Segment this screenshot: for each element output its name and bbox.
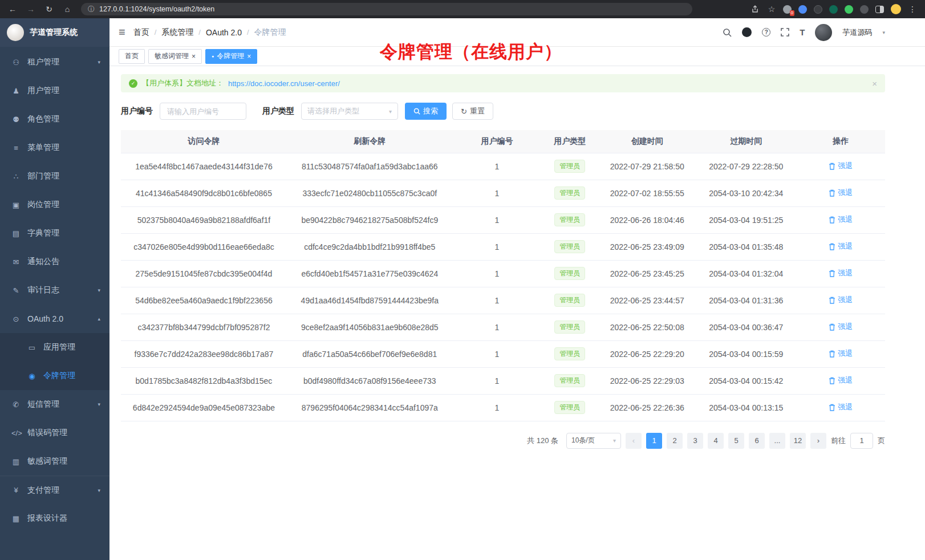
page-button[interactable]: 5 xyxy=(728,433,744,449)
chevron-icon: ▾ xyxy=(98,401,100,407)
page-button[interactable]: 6 xyxy=(749,433,765,449)
search-icon[interactable] xyxy=(723,28,732,37)
sidebar-item[interactable]: ◉ 令牌管理 xyxy=(0,362,109,390)
create-time-cell: 2022-07-29 21:58:50 xyxy=(598,153,696,180)
access-token-cell: 1ea5e44f8bc1467aaede43144f31de76 xyxy=(121,153,287,180)
table-row: f9336e7c7dd242a283ee98dc86b17a87 dfa6c71… xyxy=(121,340,885,367)
forward-icon[interactable]: → xyxy=(26,5,35,13)
user-type-label: 用户类型 xyxy=(262,106,294,116)
page-button[interactable]: 4 xyxy=(708,433,724,449)
force-logout-button[interactable]: 强退 xyxy=(829,214,853,225)
prev-page-button[interactable]: ‹ xyxy=(626,433,642,449)
reload-icon[interactable]: ↻ xyxy=(44,5,54,13)
search-button[interactable]: 搜索 xyxy=(405,103,447,120)
user-id-cell: 1 xyxy=(453,206,541,233)
page-button[interactable]: 1 xyxy=(646,433,662,449)
extension-icon-2[interactable] xyxy=(798,5,807,14)
force-logout-button[interactable]: 强退 xyxy=(829,375,853,385)
expire-time-cell: 2054-03-04 00:13:15 xyxy=(696,394,797,421)
extension-puzzle-icon[interactable] xyxy=(845,5,853,14)
home-icon[interactable]: ⌂ xyxy=(63,5,72,13)
extension-icon-3[interactable] xyxy=(814,5,822,14)
reset-button[interactable]: ↻ 重置 xyxy=(452,103,493,120)
sidebar-item[interactable]: ✆ 短信管理 ▾ xyxy=(0,390,109,419)
tab[interactable]: 敏感词管理 × xyxy=(148,49,202,64)
user-name[interactable]: 芋道源码 xyxy=(842,27,872,38)
sidebar-item[interactable]: ♟ 用户管理 xyxy=(0,76,109,105)
jump-page-input[interactable] xyxy=(850,433,873,449)
extension-icon-4[interactable] xyxy=(829,5,838,14)
browser-menu-icon[interactable]: ⋮ xyxy=(908,5,917,13)
delete-icon xyxy=(829,216,835,224)
force-logout-button[interactable]: 强退 xyxy=(829,188,853,198)
breadcrumb-home[interactable]: 首页 xyxy=(133,27,149,38)
back-icon[interactable]: ← xyxy=(8,5,17,13)
sidebar-item[interactable]: ≡ 菜单管理 xyxy=(0,133,109,162)
share-icon[interactable] xyxy=(751,5,760,13)
sidebar-item[interactable]: ⚉ 角色管理 xyxy=(0,105,109,133)
page-button[interactable]: ... xyxy=(769,433,785,449)
force-logout-label: 强退 xyxy=(838,161,853,171)
page-button[interactable]: 12 xyxy=(790,433,806,449)
force-logout-button[interactable]: 强退 xyxy=(829,295,853,305)
user-caret-icon: ▾ xyxy=(882,30,885,35)
page-button[interactable]: 3 xyxy=(687,433,703,449)
col-actions: 操作 xyxy=(796,130,885,153)
force-logout-button[interactable]: 强退 xyxy=(829,161,853,171)
user-avatar[interactable] xyxy=(815,24,832,41)
expire-time-cell: 2054-03-04 01:35:48 xyxy=(696,233,797,260)
next-page-button[interactable]: › xyxy=(810,433,826,449)
force-logout-button[interactable]: 强退 xyxy=(829,322,853,332)
sidebar-item[interactable]: ∴ 部门管理 xyxy=(0,162,109,190)
github-icon[interactable] xyxy=(742,27,752,37)
site-info-icon[interactable]: ⓘ xyxy=(88,5,95,14)
extension-icon-5[interactable] xyxy=(860,5,869,14)
create-time-cell: 2022-06-25 23:49:09 xyxy=(598,233,696,260)
user-type-badge: 管理员 xyxy=(554,320,585,334)
force-logout-button[interactable]: 强退 xyxy=(829,348,853,359)
force-logout-button[interactable]: 强退 xyxy=(829,241,853,251)
collapse-sidebar-icon[interactable]: ≡ xyxy=(119,26,125,39)
table-row: c347026e805e4d99b0d116eae66eda8c cdfc4ce… xyxy=(121,233,885,260)
extension-icon-1[interactable]: 0 xyxy=(783,5,792,14)
tab[interactable]: 首页 xyxy=(119,49,145,64)
refresh-token-cell: e6cfd40eb1f54571a31e775e039c4624 xyxy=(287,260,453,287)
bookmark-star-icon[interactable]: ☆ xyxy=(767,5,776,13)
sidebar-item[interactable]: ✎ 审计日志 ▾ xyxy=(0,276,109,305)
refresh-token-cell: cdfc4ce9c2da4bb1bdf21b9918ff4be5 xyxy=(287,233,453,260)
delete-icon xyxy=(829,270,835,277)
address-bar[interactable]: ⓘ 127.0.0.1:1024/system/oauth2/token xyxy=(81,3,692,15)
help-icon[interactable]: ? xyxy=(762,28,770,36)
user-type-badge: 管理员 xyxy=(554,213,585,226)
sidebar-item[interactable]: ⚇ 租户管理 ▾ xyxy=(0,48,109,76)
sidebar-item[interactable]: ▦ 报表设计器 xyxy=(0,504,109,533)
force-logout-button[interactable]: 强退 xyxy=(829,268,853,278)
tab-close-icon[interactable]: × xyxy=(247,52,251,60)
force-logout-button[interactable]: 强退 xyxy=(829,402,853,412)
user-type-select[interactable]: 请选择用户类型 ▾ xyxy=(301,103,398,120)
expire-time-cell: 2054-03-04 01:32:04 xyxy=(696,260,797,287)
sidebar-item[interactable]: ¥ 支付管理 ▾ xyxy=(0,476,109,504)
browser-profile-avatar[interactable] xyxy=(891,4,901,14)
sidebar-item[interactable]: ▣ 岗位管理 xyxy=(0,190,109,219)
sidebar-item[interactable]: ✉ 通知公告 xyxy=(0,247,109,276)
sidebar-item[interactable]: </> 错误码管理 xyxy=(0,419,109,447)
page-size-select[interactable]: 10条/页 ▾ xyxy=(566,433,621,449)
sidebar-item[interactable]: ⊙ OAuth 2.0 ▴ xyxy=(0,305,109,333)
breadcrumb-system[interactable]: 系统管理 xyxy=(161,27,193,38)
tab[interactable]: ● 令牌管理 × xyxy=(205,49,257,64)
user-id-input[interactable] xyxy=(160,103,246,120)
sidebar-item[interactable]: ▤ 字典管理 xyxy=(0,219,109,247)
breadcrumb-oauth[interactable]: OAuth 2.0 xyxy=(206,28,242,37)
force-logout-label: 强退 xyxy=(838,375,853,385)
page-button[interactable]: 2 xyxy=(667,433,683,449)
sidebar-item[interactable]: ▭ 应用管理 xyxy=(0,333,109,362)
sidebar-item[interactable]: ▥ 敏感词管理 xyxy=(0,447,109,476)
side-panel-icon[interactable] xyxy=(875,6,884,13)
alert-close-icon[interactable]: × xyxy=(872,79,877,88)
doc-link[interactable]: https://doc.iocoder.cn/user-center/ xyxy=(228,79,340,88)
user-type-cell: 管理员 xyxy=(541,233,598,260)
tab-close-icon[interactable]: × xyxy=(192,52,196,60)
font-size-icon[interactable]: T xyxy=(800,27,805,37)
fullscreen-icon[interactable] xyxy=(781,28,789,36)
